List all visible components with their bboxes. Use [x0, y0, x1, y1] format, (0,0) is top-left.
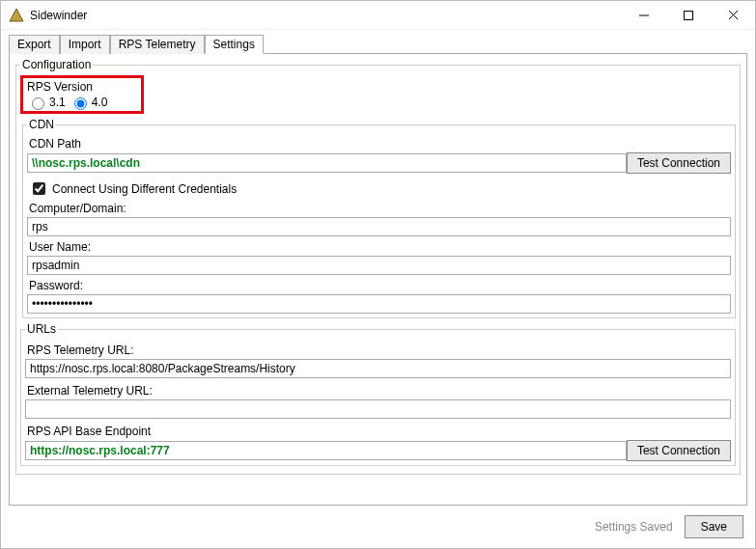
status-text: Settings Saved: [595, 520, 673, 534]
rps-version-label: RPS Version: [27, 80, 137, 94]
window-controls: [622, 1, 755, 29]
svg-marker-0: [10, 9, 23, 21]
rps-api-endpoint-input[interactable]: [25, 441, 627, 460]
settings-panel: Configuration RPS Version 3.1 4.0 CDN CD…: [9, 53, 747, 506]
tab-rps-telemetry[interactable]: RPS Telemetry: [110, 35, 205, 54]
save-button[interactable]: Save: [685, 515, 743, 538]
svg-line-4: [729, 11, 738, 19]
rps-api-endpoint-label: RPS API Base Endpoint: [27, 425, 731, 438]
rps-telemetry-url-label: RPS Telemetry URL:: [27, 343, 731, 357]
rps-telemetry-url-input[interactable]: [25, 359, 731, 378]
configuration-group: Configuration RPS Version 3.1 4.0 CDN CD…: [15, 58, 741, 475]
tab-strip: Export Import RPS Telemetry Settings: [1, 30, 755, 53]
cdn-path-label: CDN Path: [29, 137, 731, 151]
tab-settings[interactable]: Settings: [205, 35, 264, 54]
close-button[interactable]: [711, 1, 755, 29]
urls-legend: URLs: [25, 322, 58, 336]
rps-version-radios: 3.1 4.0: [27, 95, 137, 110]
external-telemetry-url-label: External Telemetry URL:: [27, 384, 731, 398]
minimize-button[interactable]: [622, 1, 666, 29]
api-test-connection-button[interactable]: Test Connection: [627, 440, 731, 461]
svg-line-3: [729, 11, 738, 19]
tab-export[interactable]: Export: [9, 35, 60, 54]
password-label: Password:: [29, 279, 731, 292]
rps-version-31-label: 3.1: [49, 96, 66, 109]
computer-domain-label: Computer/Domain:: [29, 202, 731, 215]
connect-diff-creds-checkbox[interactable]: [33, 182, 45, 195]
rps-version-40-label: 4.0: [92, 96, 108, 109]
cdn-test-connection-button[interactable]: Test Connection: [627, 152, 731, 174]
rps-version-radio-40[interactable]: 4.0: [70, 95, 108, 110]
rps-version-radio-31-input[interactable]: [32, 97, 44, 110]
username-label: User Name:: [29, 240, 731, 254]
maximize-button[interactable]: [666, 1, 711, 29]
app-icon: [9, 8, 24, 23]
tab-import[interactable]: Import: [60, 35, 110, 54]
external-telemetry-url-input[interactable]: [25, 399, 731, 419]
computer-domain-input[interactable]: [27, 217, 731, 236]
rps-version-radio-40-input[interactable]: [74, 97, 87, 110]
cdn-group: CDN CDN Path Test Connection Connect Usi…: [22, 118, 736, 318]
cdn-path-input[interactable]: [27, 153, 627, 173]
titlebar: Sidewinder: [1, 1, 755, 30]
urls-group: URLs RPS Telemetry URL: External Telemet…: [20, 322, 736, 466]
rps-version-radio-31[interactable]: 3.1: [27, 95, 66, 110]
svg-rect-2: [685, 11, 693, 19]
footer: Settings Saved Save: [1, 506, 755, 548]
window-title: Sidewinder: [30, 9, 622, 22]
password-input[interactable]: [27, 294, 731, 314]
configuration-legend: Configuration: [20, 58, 93, 71]
rps-version-highlight: RPS Version 3.1 4.0: [20, 75, 144, 114]
connect-diff-creds-label: Connect Using Different Credentials: [52, 182, 237, 196]
username-input[interactable]: [27, 256, 731, 275]
app-window: Sidewinder Export Import RPS Telemetry S…: [0, 0, 756, 549]
cdn-legend: CDN: [27, 118, 56, 131]
